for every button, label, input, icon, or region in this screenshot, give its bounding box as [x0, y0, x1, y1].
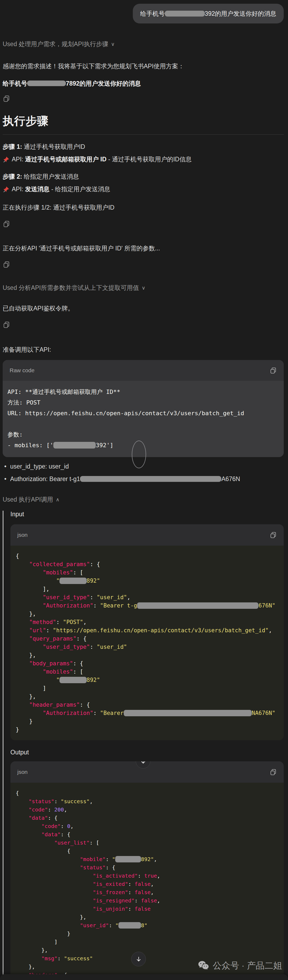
bullet-dot: •: [4, 474, 6, 484]
api-1-text: API: 通过手机号或邮箱获取用户 ID - 通过手机号获取用户的ID信息: [12, 155, 192, 164]
api-1-line: API: 通过手机号或邮箱获取用户 ID - 通过手机号获取用户的ID信息: [3, 155, 284, 164]
redaction-blur: [53, 442, 96, 449]
input-json-card: json { "collected_params": { "mobiles": …: [10, 524, 284, 740]
step-2-text: 给指定用户发送消息: [22, 173, 79, 180]
pushpin-icon: [3, 156, 10, 163]
step-2-line: 步骤 2: 给指定用户发送消息: [3, 173, 284, 181]
prepare-line: 准备调用以下API:: [3, 345, 284, 355]
output-json-body: { "status": "success", "code": 200, "dat…: [10, 783, 284, 980]
wechat-icon: [197, 959, 210, 972]
redaction-blur: [59, 677, 86, 683]
executing-line: 正在执行步骤 1/2: 通过手机号获取用户ID: [3, 203, 284, 212]
analyzing-line: 正在分析API '通过手机号或邮箱获取用户 ID' 所需的参数...: [3, 244, 284, 253]
watermark-text: 公众号 · 产品二姐: [213, 960, 282, 972]
code-language-label: Raw code: [10, 367, 34, 374]
output-label: Output: [10, 749, 284, 756]
status-row-exec-api[interactable]: Used 执行API调用 ∧: [3, 495, 59, 504]
copy-icon: [3, 95, 10, 102]
bullet-dot: •: [4, 461, 6, 472]
raw-code-card: Raw code API: **通过手机号或邮箱获取用户 ID**方法: POS…: [3, 360, 284, 457]
api-2-text: API: 发送消息 - 给指定用户发送消息: [12, 185, 110, 193]
output-json-content: { "status": "success", "code": 200, "dat…: [16, 789, 278, 980]
list-item: • user_id_type: user_id: [3, 461, 284, 472]
chat-page: 给手机号392的用户发送你好的消息 Used 处理用户需求，规划API执行步骤 …: [0, 0, 288, 980]
arrow-down-icon: [135, 956, 142, 963]
chevron-up-icon: ∧: [56, 496, 59, 503]
raw-code-body: API: **通过手机号或邮箱获取用户 ID**方法: POSTURL: htt…: [3, 381, 284, 457]
api-2-line: API: 发送消息 - 给指定用户发送消息: [3, 185, 284, 193]
pushpin-icon: [3, 186, 10, 193]
intro-paragraph: 感谢您的需求描述！我将基于以下需求为您规划飞书API使用方案：: [3, 62, 284, 71]
raw-code-header: Raw code: [3, 360, 284, 381]
copy-code-button[interactable]: [270, 768, 277, 776]
redaction-blur: [124, 710, 252, 716]
redaction-blur: [27, 81, 66, 86]
input-json-content: { "collected_params": { "mobiles": [ " 8…: [16, 552, 278, 734]
requirement-line: 给手机号7892的用户发送你好的消息: [3, 79, 284, 88]
step-2-label: 步骤 2:: [3, 173, 22, 180]
copy-icon: [270, 367, 277, 374]
param-bullet-list: • user_id_type: user_id • Authorization:…: [3, 461, 284, 484]
input-label: Input: [10, 511, 284, 518]
copy-icon: [270, 531, 277, 539]
step-1-line: 步骤 1: 通过手机号获取用户ID: [3, 143, 284, 151]
token-line: 已自动获取API鉴权令牌。: [3, 304, 284, 313]
status-label: Used 处理用户需求，规划API执行步骤: [3, 40, 108, 48]
user-message-bubble: 给手机号392的用户发送你好的消息: [133, 4, 284, 24]
input-json-body: { "collected_params": { "mobiles": [ " 8…: [10, 546, 284, 740]
copy-icon: [270, 768, 277, 776]
param-authorization: Authorization: Bearer t-g1A676N: [10, 474, 240, 484]
watermark: 公众号 · 产品二姐: [197, 959, 282, 972]
copy-code-button[interactable]: [270, 367, 277, 374]
copy-button[interactable]: [3, 321, 11, 329]
scroll-down-button[interactable]: [131, 952, 146, 966]
chevron-down-icon: ∨: [111, 41, 115, 47]
step-1-text: 通过手机号获取用户ID: [22, 143, 85, 150]
chevron-down-icon: ∨: [142, 285, 145, 291]
copy-code-button[interactable]: [270, 531, 277, 539]
list-item: • Authorization: Bearer t-g1A676N: [3, 474, 284, 484]
copy-icon: [3, 261, 10, 268]
status-label: Used 分析API所需参数并尝试从上下文提取可用值: [3, 284, 139, 292]
code-language-label: json: [18, 769, 28, 775]
output-json-card: json { "status": "success", "code": 200,…: [10, 761, 284, 980]
copy-button[interactable]: [3, 220, 11, 228]
bottom-panel-edge: [0, 974, 288, 980]
redaction-blur: [118, 922, 141, 929]
arrow-down-icon: [140, 761, 146, 765]
copy-button[interactable]: [3, 261, 11, 269]
step-1-label: 步骤 1:: [3, 143, 22, 150]
redaction-blur: [165, 11, 205, 16]
api-call-section: Input json { "collected_params": { "mobi…: [3, 511, 284, 980]
redaction-blur: [115, 856, 141, 862]
redaction-blur: [80, 476, 221, 482]
redaction-blur: [137, 602, 258, 609]
status-row-analyze-params[interactable]: Used 分析API所需参数并尝试从上下文提取可用值 ∨: [3, 284, 145, 292]
copy-icon: [3, 220, 10, 228]
status-row-plan[interactable]: Used 处理用户需求，规划API执行步骤 ∨: [3, 40, 115, 48]
copy-icon: [3, 321, 10, 329]
status-label: Used 执行API调用: [3, 495, 53, 504]
param-user-id-type: user_id_type: user_id: [10, 461, 69, 472]
copy-button[interactable]: [3, 95, 11, 103]
page-title: 执行步骤: [3, 114, 284, 135]
redaction-blur: [59, 578, 86, 584]
input-json-header: json: [10, 524, 284, 546]
code-language-label: json: [18, 532, 28, 538]
user-message-row: 给手机号392的用户发送你好的消息: [3, 4, 284, 24]
raw-code-content: API: **通过手机号或邮箱获取用户 ID**方法: POSTURL: htt…: [8, 387, 279, 451]
